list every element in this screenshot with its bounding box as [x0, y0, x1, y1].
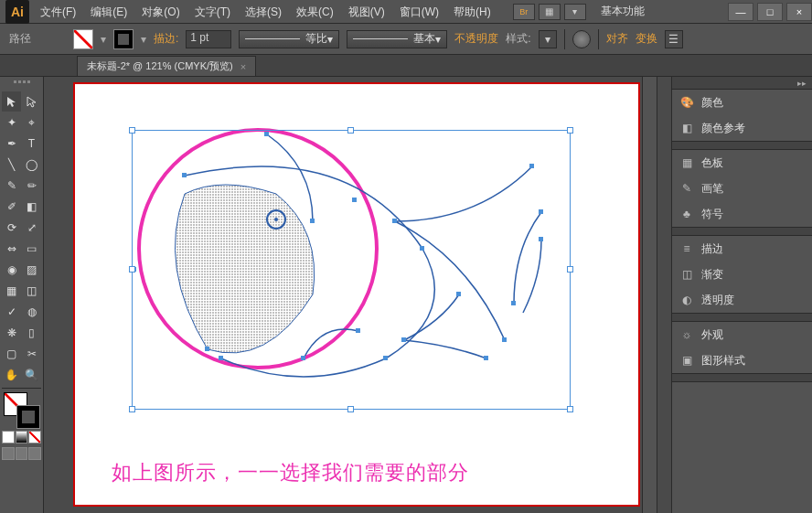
selection-bounds[interactable] [132, 130, 571, 410]
gradient-icon: ◫ [679, 267, 694, 282]
menu-type[interactable]: 文字(T) [187, 0, 238, 24]
arrange-docs-button[interactable]: ▦ [539, 4, 561, 20]
app-icon: Ai [5, 0, 29, 24]
shape-builder-tool[interactable]: ◉ [2, 260, 21, 280]
document-tab[interactable]: 未标题-2* @ 121% (CMYK/预览) × [77, 56, 256, 76]
type-tool[interactable]: T [22, 134, 41, 154]
palette-icon: 🎨 [679, 95, 694, 110]
vertical-scrollbar[interactable] [657, 77, 671, 513]
stroke-label[interactable]: 描边: [154, 31, 178, 47]
gradient-tool[interactable]: ◫ [22, 281, 41, 301]
control-bar: 路径 ▾ ▾ 描边: 1 pt 等比 ▾ 基本 ▾ 不透明度 样式: ▾ 对齐 … [0, 24, 812, 55]
pencil-tool[interactable]: ✏ [22, 176, 41, 196]
brush-dropdown[interactable]: 基本 ▾ [347, 30, 447, 48]
rotate-tool[interactable]: ⟳ [2, 218, 21, 238]
zoom-tool[interactable]: 🔍 [22, 365, 41, 385]
perspective-tool[interactable]: ▨ [22, 260, 41, 280]
paintbrush-tool[interactable]: ✎ [2, 176, 21, 196]
document-tab-bar: 未标题-2* @ 121% (CMYK/预览) × [0, 55, 812, 77]
style-label: 样式: [506, 31, 530, 47]
document-tab-title: 未标题-2* @ 121% (CMYK/预览) [87, 59, 233, 73]
selection-tool[interactable] [2, 91, 21, 112]
mesh-tool[interactable]: ▦ [2, 281, 21, 301]
blend-tool[interactable]: ◍ [22, 302, 41, 322]
line-tool[interactable]: ╲ [2, 155, 21, 175]
stroke-weight-input[interactable]: 1 pt [186, 30, 231, 48]
transform-label[interactable]: 变换 [636, 31, 657, 47]
brushes-icon: ✎ [679, 181, 694, 196]
recolor-button[interactable] [572, 30, 591, 48]
panel-color[interactable]: 🎨颜色 [672, 90, 812, 115]
opacity-label[interactable]: 不透明度 [454, 31, 498, 47]
window-close[interactable]: × [786, 3, 812, 21]
gradient-mode[interactable] [16, 431, 28, 444]
workspace-switcher[interactable]: 基本功能 [588, 4, 657, 19]
canvas-area: 如上图所示，一一选择我们需要的部分 [44, 77, 671, 513]
tools-grip[interactable] [2, 80, 41, 88]
panel-color-guide[interactable]: ◧颜色参考 [672, 115, 812, 141]
eyedropper-tool[interactable]: ✓ [2, 302, 21, 322]
width-tool[interactable]: ⇔ [2, 239, 21, 259]
fill-swatch[interactable] [73, 29, 93, 49]
profile-dropdown[interactable]: 等比 ▾ [239, 30, 339, 48]
panel-dock-strip[interactable] [642, 77, 657, 513]
panel-gradient[interactable]: ◫渐变 [672, 262, 812, 287]
panel-appearance[interactable]: ☼外观 [672, 322, 812, 347]
pen-tool[interactable]: ✒ [2, 134, 21, 154]
eraser-tool[interactable]: ◧ [22, 197, 41, 217]
menu-edit[interactable]: 编辑(E) [83, 0, 134, 24]
shape-tool[interactable]: ◯ [22, 155, 41, 175]
color-mode[interactable] [2, 431, 15, 444]
panel-transparency[interactable]: ◐透明度 [672, 287, 812, 313]
menubar: Ai 文件(F) 编辑(E) 对象(O) 文字(T) 选择(S) 效果(C) 视… [0, 0, 812, 24]
collapse-panels[interactable]: ▸▸ [672, 77, 812, 90]
hand-tool[interactable]: ✋ [2, 365, 21, 385]
draw-normal[interactable] [2, 447, 15, 460]
screen-mode-button[interactable]: ▾ [564, 4, 586, 20]
right-panels: ▸▸ 🎨颜色 ◧颜色参考 ▦色板 ✎画笔 ♣符号 ≡描边 ◫渐变 ◐透明度 ☼外… [671, 77, 812, 513]
close-tab-icon[interactable]: × [240, 61, 246, 72]
color-guide-icon: ◧ [679, 121, 694, 135]
more-options[interactable]: ☰ [665, 30, 683, 48]
free-transform-tool[interactable]: ▭ [22, 239, 41, 259]
panel-graphic-styles[interactable]: ▣图形样式 [672, 347, 812, 373]
stroke-swatch[interactable] [113, 29, 134, 49]
lasso-tool[interactable]: ⌖ [22, 112, 41, 133]
window-minimize[interactable]: — [728, 3, 753, 21]
menu-file[interactable]: 文件(F) [33, 0, 83, 24]
panel-swatches[interactable]: ▦色板 [672, 150, 812, 176]
none-mode[interactable] [28, 431, 41, 444]
slice-tool[interactable]: ✂ [22, 344, 41, 364]
blob-brush-tool[interactable]: ✐ [2, 197, 21, 217]
menu-select[interactable]: 选择(S) [238, 0, 289, 24]
draw-behind[interactable] [16, 447, 28, 460]
graph-tool[interactable]: ▯ [22, 323, 41, 343]
menu-object[interactable]: 对象(O) [134, 0, 187, 24]
scale-tool[interactable]: ⤢ [22, 218, 41, 238]
menu-effect[interactable]: 效果(C) [289, 0, 341, 24]
menu-window[interactable]: 窗口(W) [392, 0, 446, 24]
draw-inside[interactable] [28, 447, 41, 460]
magic-wand-tool[interactable]: ✦ [2, 112, 21, 133]
artboard-tool[interactable]: ▢ [2, 344, 21, 364]
swatches-icon: ▦ [679, 155, 694, 170]
panel-symbols[interactable]: ♣符号 [672, 201, 812, 227]
transparency-icon: ◐ [679, 293, 694, 307]
panel-brushes[interactable]: ✎画笔 [672, 176, 812, 201]
window-maximize[interactable]: □ [757, 3, 783, 21]
symbol-sprayer-tool[interactable]: ❋ [2, 323, 21, 343]
bridge-button[interactable]: Br [513, 4, 535, 20]
direct-selection-tool[interactable] [22, 91, 41, 112]
style-dropdown[interactable]: ▾ [539, 30, 557, 48]
menu-view[interactable]: 视图(V) [341, 0, 392, 24]
annotation-text: 如上图所示，一一选择我们需要的部分 [112, 459, 469, 486]
stroke-indicator[interactable] [16, 405, 40, 429]
artboard[interactable]: 如上图所示，一一选择我们需要的部分 [57, 77, 642, 513]
symbols-icon: ♣ [679, 207, 694, 221]
menu-help[interactable]: 帮助(H) [446, 0, 498, 24]
fill-stroke-control[interactable] [2, 392, 42, 429]
stroke-icon: ≡ [679, 241, 694, 256]
selection-type-label: 路径 [9, 31, 31, 47]
panel-stroke[interactable]: ≡描边 [672, 236, 812, 262]
align-label[interactable]: 对齐 [606, 31, 628, 47]
